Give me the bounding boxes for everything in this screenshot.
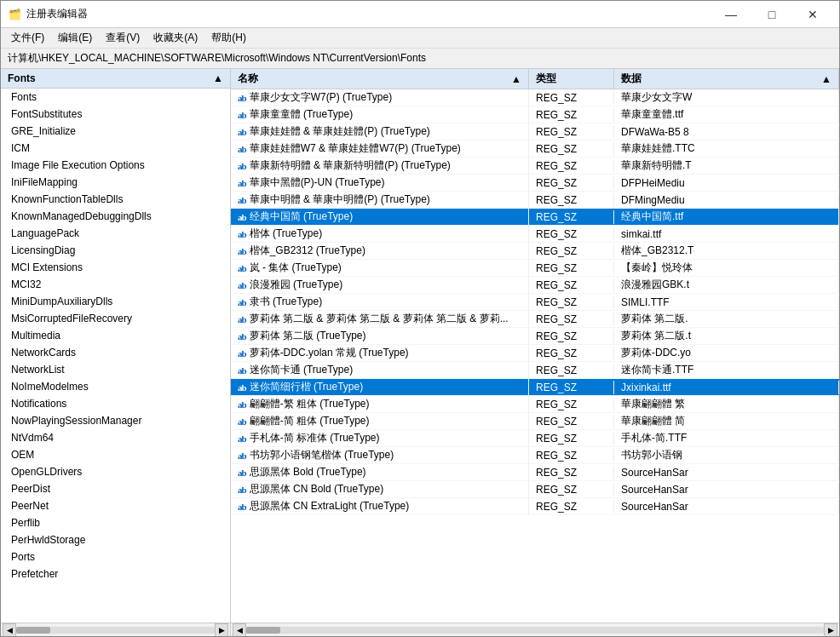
registry-ab-icon: ab: [238, 468, 246, 478]
row-data-text: simkai.ttf: [614, 227, 839, 241]
menu-item-h[interactable]: 帮助(H): [204, 29, 253, 47]
left-panel-item[interactable]: FontSubstitutes: [1, 106, 230, 123]
registry-ab-icon: ab: [238, 365, 246, 376]
left-panel-item[interactable]: KnownFunctionTableDlls: [1, 191, 230, 208]
table-row[interactable]: ab萝莉体 第二版 (TrueType)REG_SZ萝莉体 第二版.t: [231, 328, 839, 345]
row-data-text: Jxixinkai.ttf: [614, 381, 839, 394]
table-row[interactable]: ab華康童童體 (TrueType)REG_SZ華康童童體.ttf: [231, 106, 839, 123]
table-row[interactable]: ab華康新特明體 & 華康新特明體(P) (TrueType)REG_SZ華康新…: [231, 158, 839, 175]
left-panel-item[interactable]: Multimedia: [1, 327, 230, 344]
table-row[interactable]: ab華康少女文字W7(P) (TrueType)REG_SZ華康少女文字W: [231, 89, 839, 106]
right-scroll-thumb[interactable]: [246, 627, 280, 634]
table-row[interactable]: ab華康中明體 & 華康中明體(P) (TrueType)REG_SZDFMin…: [231, 192, 839, 209]
left-scrollbar[interactable]: ◀ ▶: [1, 623, 230, 636]
registry-ab-icon: ab: [238, 161, 246, 171]
left-panel-item[interactable]: GRE_Initialize: [1, 123, 230, 140]
table-row[interactable]: ab萝莉体 第二版 & 萝莉体 第二版 & 萝莉体 第二版 & 萝莉...REG…: [231, 311, 839, 328]
registry-ab-icon: ab: [238, 399, 246, 410]
registry-ab-icon: ab: [238, 331, 246, 341]
left-panel-item[interactable]: OpenGLDrivers: [1, 463, 230, 480]
registry-ab-icon: ab: [238, 382, 246, 393]
right-panel-body[interactable]: ab華康少女文字W7(P) (TrueType)REG_SZ華康少女文字Wab華…: [231, 89, 839, 623]
col-header-type[interactable]: 类型: [529, 69, 614, 89]
table-row[interactable]: ab隶书 (TrueType)REG_SZSIMLI.TTF: [231, 294, 839, 311]
table-row[interactable]: ab華康中黑體(P)-UN (TrueType)REG_SZDFPHeiMedi…: [231, 175, 839, 192]
menu-item-f[interactable]: 文件(F): [4, 29, 51, 47]
row-type-text: REG_SZ: [529, 398, 614, 411]
table-row[interactable]: ab萝莉体-DDC.yolan 常规 (TrueType)REG_SZ萝莉体-D…: [231, 345, 839, 362]
left-panel-item[interactable]: Prefetcher: [1, 565, 230, 582]
left-panel-item[interactable]: NetworkList: [1, 361, 230, 378]
left-scroll-track[interactable]: [16, 627, 215, 634]
left-panel-item[interactable]: MsiCorruptedFileRecovery: [1, 310, 230, 327]
left-panel-item[interactable]: MiniDumpAuxiliaryDlls: [1, 293, 230, 310]
left-panel-list[interactable]: FontsFontSubstitutesGRE_InitializeICMIma…: [1, 89, 230, 623]
left-panel-item[interactable]: PeerNet: [1, 497, 230, 514]
table-row[interactable]: ab经典中国简 (TrueType)REG_SZ经典中国简.ttf: [231, 209, 839, 226]
right-scroll-track[interactable]: [246, 627, 824, 634]
row-data-text: 浪漫雅园GBK.t: [614, 277, 839, 293]
left-scroll-thumb[interactable]: [16, 627, 50, 634]
registry-ab-icon: ab: [238, 195, 246, 205]
left-panel-item[interactable]: Notifications: [1, 395, 230, 412]
table-row[interactable]: ab楷体 (TrueType)REG_SZsimkai.ttf: [231, 226, 839, 243]
title-bar: 🗂️ 注册表编辑器 — □ ✕: [1, 1, 839, 28]
table-row[interactable]: ab岚 - 集体 (TrueType)REG_SZ【秦岭】悦玲体: [231, 260, 839, 277]
table-row[interactable]: ab思源黑体 Bold (TrueType)REG_SZSourceHanSar: [231, 464, 839, 481]
row-name-text: 華康新特明體 & 華康新特明體(P) (TrueType): [250, 158, 451, 173]
row-name-text: 華康童童體 (TrueType): [250, 107, 354, 122]
table-row[interactable]: ab浪漫雅园 (TrueType)REG_SZ浪漫雅园GBK.t: [231, 277, 839, 294]
table-row[interactable]: ab華康娃娃體 & 華康娃娃體(P) (TrueType)REG_SZDFWaW…: [231, 123, 839, 141]
left-panel-item[interactable]: OEM: [1, 446, 230, 463]
scroll-right-arrow[interactable]: ▶: [215, 623, 228, 637]
table-row[interactable]: ab迷你简卡通 (TrueType)REG_SZ迷你简卡通.TTF: [231, 362, 839, 379]
minimize-button[interactable]: —: [711, 3, 751, 26]
right-scrollbar[interactable]: ◀ ▶: [231, 623, 839, 636]
menu-item-v[interactable]: 查看(V): [99, 29, 147, 47]
table-row[interactable]: ab书坊郭小语钢笔楷体 (TrueType)REG_SZ书坊郭小语钢: [231, 447, 839, 464]
row-type-text: REG_SZ: [529, 449, 614, 462]
left-panel-item[interactable]: MCI Extensions: [1, 259, 230, 276]
table-row[interactable]: ab翩翩體-繁 粗体 (TrueType)REG_SZ華康翩翩體 繁: [231, 396, 839, 413]
table-row[interactable]: ab華康娃娃體W7 & 華康娃娃體W7(P) (TrueType)REG_SZ華…: [231, 141, 839, 158]
registry-ab-icon: ab: [238, 246, 246, 256]
table-row[interactable]: ab思源黑体 CN ExtraLight (TrueType)REG_SZSou…: [231, 498, 839, 515]
col-header-name[interactable]: 名称 ▲: [231, 69, 529, 89]
registry-ab-icon: ab: [238, 110, 246, 120]
row-data-text: 迷你简卡通.TTF: [614, 362, 839, 378]
table-row[interactable]: ab手札体-简 标准体 (TrueType)REG_SZ手札体-简.TTF: [231, 430, 839, 447]
left-panel-item[interactable]: Perflib: [1, 514, 230, 531]
row-name-text: 華康中黑體(P)-UN (TrueType): [250, 175, 385, 190]
col-header-data[interactable]: 数据 ▲: [614, 69, 839, 89]
left-panel-item[interactable]: PeerDist: [1, 480, 230, 497]
left-panel-item[interactable]: NowPlayingSessionManager: [1, 412, 230, 429]
left-panel-item[interactable]: Image File Execution Options: [1, 157, 230, 174]
left-panel-item[interactable]: NoImeModelmes: [1, 378, 230, 395]
left-panel-item[interactable]: Fonts: [1, 89, 230, 106]
row-name-text: 萝莉体-DDC.yolan 常规 (TrueType): [250, 346, 409, 360]
close-button[interactable]: ✕: [793, 3, 832, 26]
maximize-button[interactable]: □: [752, 3, 791, 26]
table-row[interactable]: ab思源黑体 CN Bold (TrueType)REG_SZSourceHan…: [231, 481, 839, 498]
left-panel-item[interactable]: NtVdm64: [1, 429, 230, 446]
right-scroll-left-arrow[interactable]: ◀: [233, 623, 246, 637]
left-panel-item[interactable]: MCI32: [1, 276, 230, 293]
table-row[interactable]: ab迷你简细行楷 (TrueType)REG_SZJxixinkai.ttf: [231, 379, 839, 396]
table-row[interactable]: ab翩翩體-简 粗体 (TrueType)REG_SZ華康翩翩體 简: [231, 413, 839, 430]
scroll-left-arrow[interactable]: ◀: [3, 623, 16, 637]
row-type-text: REG_SZ: [529, 296, 614, 309]
left-panel-item[interactable]: IniFileMapping: [1, 174, 230, 191]
menu-item-a[interactable]: 收藏夹(A): [147, 29, 204, 47]
left-panel-item[interactable]: NetworkCards: [1, 344, 230, 361]
right-scroll-right-arrow[interactable]: ▶: [824, 623, 837, 637]
menu-item-e[interactable]: 编辑(E): [51, 29, 99, 47]
registry-ab-icon: ab: [238, 178, 246, 188]
left-panel-item[interactable]: PerHwldStorage: [1, 531, 230, 548]
left-panel-item[interactable]: LanguagePack: [1, 225, 230, 242]
table-row[interactable]: ab楷体_GB2312 (TrueType)REG_SZ楷体_GB2312.T: [231, 243, 839, 260]
left-panel-item[interactable]: Ports: [1, 548, 230, 565]
row-name-text: 楷体_GB2312 (TrueType): [250, 244, 365, 258]
left-panel-item[interactable]: KnownManagedDebuggingDlls: [1, 208, 230, 225]
left-panel-item[interactable]: LicensingDiag: [1, 242, 230, 259]
left-panel-item[interactable]: ICM: [1, 140, 230, 157]
